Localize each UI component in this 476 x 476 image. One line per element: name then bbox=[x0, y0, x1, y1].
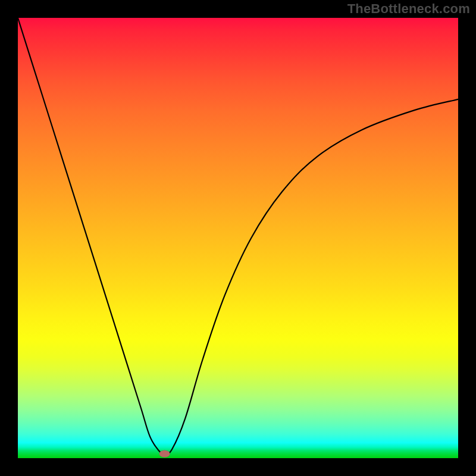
bottleneck-curve bbox=[18, 18, 458, 454]
minimum-marker bbox=[159, 450, 170, 458]
curve-svg bbox=[18, 18, 458, 458]
watermark-text: TheBottleneck.com bbox=[347, 1, 470, 17]
chart-container: TheBottleneck.com bbox=[0, 0, 476, 476]
plot-area bbox=[18, 18, 458, 458]
